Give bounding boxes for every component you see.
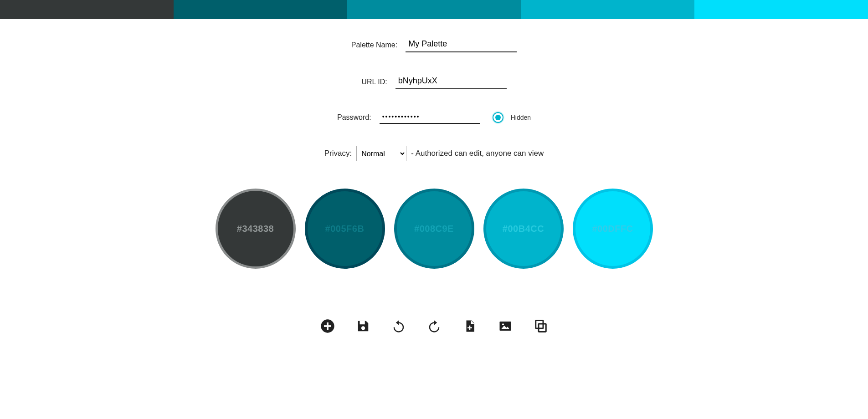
password-input[interactable] <box>380 111 480 124</box>
row-password: Password: Hidden <box>0 111 868 124</box>
row-url-id: URL ID: <box>0 74 868 89</box>
svg-rect-6 <box>467 327 472 329</box>
action-toolbar <box>0 319 868 352</box>
swatch-circle-4[interactable]: #00DFFC <box>573 189 653 269</box>
strip-swatch-3 <box>521 0 694 19</box>
swatch-circle-row: #343838 #005F6B #008C9E #00B4CC #00DFFC <box>0 189 868 269</box>
swatch-label: #005F6B <box>325 224 365 234</box>
swatch-label: #008C9E <box>414 224 454 234</box>
strip-swatch-4 <box>694 0 868 19</box>
radio-dot-icon <box>495 115 501 120</box>
swatch-circle-0[interactable]: #343838 <box>216 189 296 269</box>
url-id-input[interactable] <box>395 74 507 89</box>
plus-circle-icon <box>320 319 335 333</box>
new-file-button[interactable] <box>462 319 477 333</box>
strip-swatch-1 <box>174 0 347 19</box>
url-id-label: URL ID: <box>361 78 387 86</box>
save-button[interactable] <box>356 319 370 333</box>
redo-button[interactable] <box>427 319 442 333</box>
settings-form: Palette Name: URL ID: Password: Hidden P… <box>0 19 868 352</box>
image-button[interactable] <box>498 319 513 333</box>
save-icon <box>356 319 370 333</box>
swatch-circle-3[interactable]: #00B4CC <box>483 189 564 269</box>
swatch-label: #00DFFC <box>592 224 633 234</box>
swatch-circle-1[interactable]: #005F6B <box>305 189 385 269</box>
swatch-label: #00B4CC <box>503 224 544 234</box>
strip-swatch-0 <box>0 0 174 19</box>
copy-icon <box>534 319 548 333</box>
svg-point-9 <box>502 323 504 325</box>
palette-name-input[interactable] <box>406 37 517 52</box>
password-label: Password: <box>337 113 371 122</box>
privacy-description: - Authorized can edit, anyone can view <box>411 149 544 158</box>
copy-button[interactable] <box>534 319 548 333</box>
privacy-label: Privacy: <box>324 149 352 158</box>
file-plus-icon <box>463 319 477 333</box>
svg-rect-2 <box>324 325 331 327</box>
image-icon <box>498 319 512 333</box>
svg-point-4 <box>361 326 365 330</box>
swatch-circle-2[interactable]: #008C9E <box>394 189 474 269</box>
password-hidden-toggle[interactable]: Hidden <box>493 112 531 123</box>
hidden-label: Hidden <box>511 114 531 121</box>
palette-strip <box>0 0 868 19</box>
redo-icon <box>427 319 441 333</box>
privacy-select[interactable]: Normal <box>356 146 406 161</box>
svg-rect-3 <box>360 321 365 325</box>
row-palette-name: Palette Name: <box>0 37 868 52</box>
undo-button[interactable] <box>391 319 406 333</box>
row-privacy: Privacy: Normal - Authorized can edit, a… <box>0 146 868 161</box>
strip-swatch-2 <box>347 0 521 19</box>
undo-icon <box>392 319 406 333</box>
add-color-button[interactable] <box>320 319 335 333</box>
palette-name-label: Palette Name: <box>351 41 397 49</box>
svg-rect-7 <box>499 322 511 331</box>
swatch-label: #343838 <box>237 224 274 234</box>
radio-icon[interactable] <box>493 112 503 123</box>
